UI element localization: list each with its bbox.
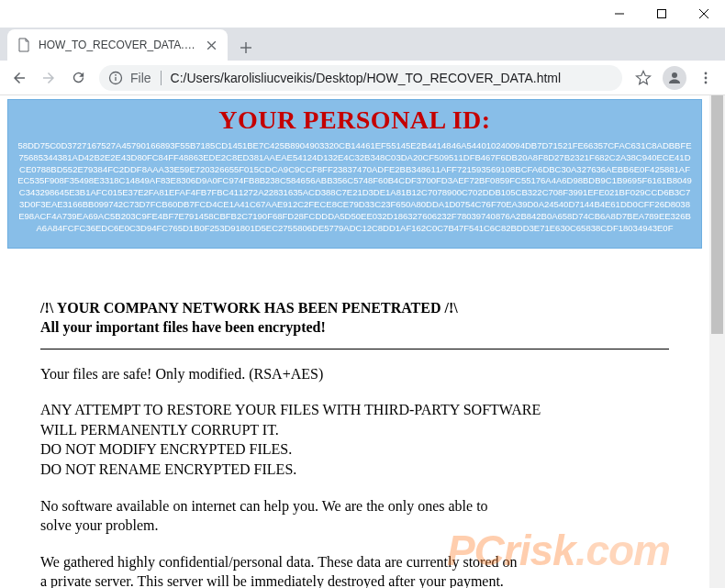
penetrated-heading: /!\ YOUR COMPANY NETWORK HAS BEEN PENETR… [40, 298, 669, 318]
warning-line-1: ANY ATTEMPT TO RESTORE YOUR FILES WITH T… [40, 400, 669, 420]
profile-avatar-button[interactable] [663, 66, 686, 90]
tab-strip: HOW_TO_RECOVER_DATA.html [0, 28, 725, 61]
url-text: C:/Users/karolisliucveikis/Desktop/HOW_T… [171, 71, 562, 85]
page-content: YOUR PERSONAL ID: 58DD75C0D3727167527A45… [0, 95, 709, 588]
maximize-button[interactable] [641, 0, 683, 28]
window-close-button[interactable] [683, 0, 725, 28]
tab-active[interactable]: HOW_TO_RECOVER_DATA.html [7, 29, 228, 61]
browser-toolbar: File C:/Users/karolisliucveikis/Desktop/… [0, 61, 725, 95]
address-bar[interactable]: File C:/Users/karolisliucveikis/Desktop/… [99, 65, 622, 91]
svg-point-10 [115, 73, 117, 75]
svg-point-14 [705, 81, 708, 83]
minimize-button[interactable] [598, 0, 641, 28]
page-viewport: YOUR PERSONAL ID: 58DD75C0D3727167527A45… [0, 95, 725, 588]
files-safe-text: Your files are safe! Only modified. (RSA… [40, 364, 669, 384]
svg-rect-1 [658, 9, 666, 17]
vertical-scrollbar[interactable] [709, 95, 725, 588]
back-button[interactable] [6, 64, 33, 92]
forward-button[interactable] [35, 64, 62, 92]
file-icon [17, 38, 31, 52]
scrollbar-thumb[interactable] [711, 95, 723, 334]
window-controls [598, 0, 725, 28]
nosoftware-line-1: No software available on internet can he… [40, 496, 669, 516]
info-icon [108, 71, 123, 85]
kebab-menu-button[interactable] [692, 64, 719, 92]
tab-title: HOW_TO_RECOVER_DATA.html [39, 39, 198, 51]
personal-id-hex: 58DD75C0D3727167527A45790166893F55B7185C… [17, 140, 692, 235]
bookmark-button[interactable] [630, 64, 657, 92]
separator [161, 71, 162, 85]
new-tab-button[interactable] [233, 35, 259, 61]
gathered-line-1: We gathered highly confidential/personal… [40, 552, 669, 572]
encrypted-heading: All your important files have been encry… [40, 317, 669, 338]
gathered-line-2: a private server. This server will be im… [40, 571, 669, 588]
personal-id-title: YOUR PERSONAL ID: [17, 105, 692, 135]
divider [40, 349, 669, 349]
warning-line-2: WILL PERMANENTLY CORRUPT IT. [40, 420, 669, 440]
reload-button[interactable] [64, 64, 92, 92]
ransom-note-body: /!\ YOUR COMPANY NETWORK HAS BEEN PENETR… [7, 249, 702, 589]
svg-point-11 [672, 72, 677, 78]
personal-id-panel: YOUR PERSONAL ID: 58DD75C0D3727167527A45… [7, 99, 702, 249]
nosoftware-line-2: solve your problem. [40, 516, 669, 536]
warning-line-4: DO NOT RENAME ENCRYPTED FILES. [40, 460, 669, 480]
file-scheme-chip: File [130, 71, 171, 85]
tab-close-button[interactable] [204, 38, 218, 52]
warning-line-3: DO NOT MODIFY ENCRYPTED FILES. [40, 439, 669, 460]
file-scheme-label: File [130, 71, 151, 85]
svg-point-12 [705, 72, 708, 74]
svg-point-13 [705, 76, 708, 79]
window-titlebar [0, 0, 725, 28]
